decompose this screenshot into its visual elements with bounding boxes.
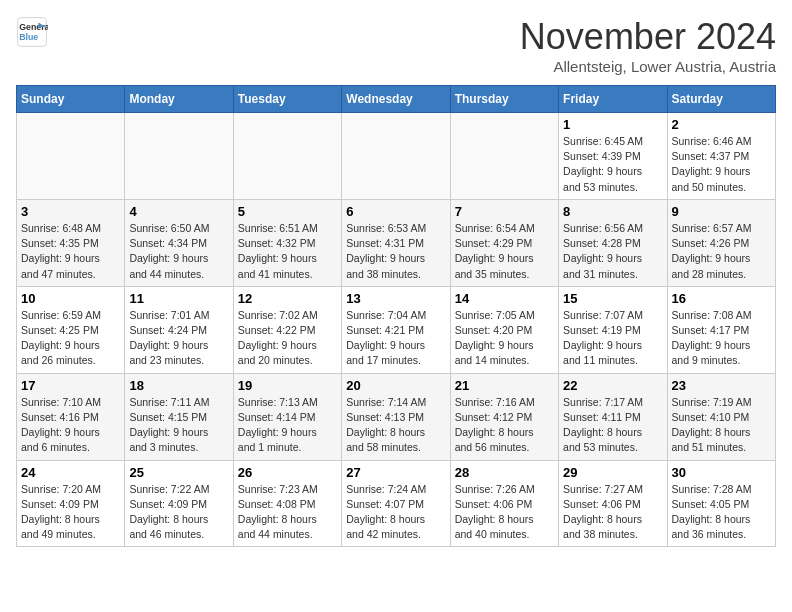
day-info: Sunrise: 7:28 AM Sunset: 4:05 PM Dayligh… xyxy=(672,482,771,543)
calendar-week-row: 10Sunrise: 6:59 AM Sunset: 4:25 PM Dayli… xyxy=(17,286,776,373)
day-info: Sunrise: 6:50 AM Sunset: 4:34 PM Dayligh… xyxy=(129,221,228,282)
weekday-header-tuesday: Tuesday xyxy=(233,86,341,113)
day-info: Sunrise: 6:59 AM Sunset: 4:25 PM Dayligh… xyxy=(21,308,120,369)
header: General Blue November 2024 Allentsteig, … xyxy=(16,16,776,75)
day-info: Sunrise: 7:05 AM Sunset: 4:20 PM Dayligh… xyxy=(455,308,554,369)
day-number: 1 xyxy=(563,117,662,132)
calendar-cell: 15Sunrise: 7:07 AM Sunset: 4:19 PM Dayli… xyxy=(559,286,667,373)
day-number: 30 xyxy=(672,465,771,480)
day-number: 6 xyxy=(346,204,445,219)
calendar-cell: 9Sunrise: 6:57 AM Sunset: 4:26 PM Daylig… xyxy=(667,199,775,286)
day-info: Sunrise: 7:27 AM Sunset: 4:06 PM Dayligh… xyxy=(563,482,662,543)
day-number: 13 xyxy=(346,291,445,306)
day-number: 14 xyxy=(455,291,554,306)
calendar-cell: 18Sunrise: 7:11 AM Sunset: 4:15 PM Dayli… xyxy=(125,373,233,460)
calendar-cell: 7Sunrise: 6:54 AM Sunset: 4:29 PM Daylig… xyxy=(450,199,558,286)
day-info: Sunrise: 7:01 AM Sunset: 4:24 PM Dayligh… xyxy=(129,308,228,369)
logo-icon: General Blue xyxy=(16,16,48,48)
day-info: Sunrise: 7:19 AM Sunset: 4:10 PM Dayligh… xyxy=(672,395,771,456)
month-title: November 2024 xyxy=(520,16,776,58)
day-number: 11 xyxy=(129,291,228,306)
day-number: 29 xyxy=(563,465,662,480)
calendar-table: SundayMondayTuesdayWednesdayThursdayFrid… xyxy=(16,85,776,547)
calendar-cell: 10Sunrise: 6:59 AM Sunset: 4:25 PM Dayli… xyxy=(17,286,125,373)
day-number: 25 xyxy=(129,465,228,480)
calendar-cell: 24Sunrise: 7:20 AM Sunset: 4:09 PM Dayli… xyxy=(17,460,125,547)
weekday-header-friday: Friday xyxy=(559,86,667,113)
day-info: Sunrise: 7:22 AM Sunset: 4:09 PM Dayligh… xyxy=(129,482,228,543)
calendar-cell: 30Sunrise: 7:28 AM Sunset: 4:05 PM Dayli… xyxy=(667,460,775,547)
calendar-cell xyxy=(342,113,450,200)
day-info: Sunrise: 7:11 AM Sunset: 4:15 PM Dayligh… xyxy=(129,395,228,456)
day-number: 21 xyxy=(455,378,554,393)
calendar-cell: 23Sunrise: 7:19 AM Sunset: 4:10 PM Dayli… xyxy=(667,373,775,460)
location-title: Allentsteig, Lower Austria, Austria xyxy=(520,58,776,75)
calendar-cell: 25Sunrise: 7:22 AM Sunset: 4:09 PM Dayli… xyxy=(125,460,233,547)
day-number: 10 xyxy=(21,291,120,306)
day-number: 26 xyxy=(238,465,337,480)
weekday-header-monday: Monday xyxy=(125,86,233,113)
calendar-cell xyxy=(450,113,558,200)
day-info: Sunrise: 6:48 AM Sunset: 4:35 PM Dayligh… xyxy=(21,221,120,282)
day-number: 17 xyxy=(21,378,120,393)
day-info: Sunrise: 7:20 AM Sunset: 4:09 PM Dayligh… xyxy=(21,482,120,543)
day-number: 22 xyxy=(563,378,662,393)
logo: General Blue xyxy=(16,16,52,48)
calendar-cell: 20Sunrise: 7:14 AM Sunset: 4:13 PM Dayli… xyxy=(342,373,450,460)
day-number: 15 xyxy=(563,291,662,306)
calendar-cell: 11Sunrise: 7:01 AM Sunset: 4:24 PM Dayli… xyxy=(125,286,233,373)
calendar-cell xyxy=(17,113,125,200)
calendar-cell: 21Sunrise: 7:16 AM Sunset: 4:12 PM Dayli… xyxy=(450,373,558,460)
weekday-header-sunday: Sunday xyxy=(17,86,125,113)
calendar-cell: 14Sunrise: 7:05 AM Sunset: 4:20 PM Dayli… xyxy=(450,286,558,373)
calendar-cell: 12Sunrise: 7:02 AM Sunset: 4:22 PM Dayli… xyxy=(233,286,341,373)
calendar-cell: 3Sunrise: 6:48 AM Sunset: 4:35 PM Daylig… xyxy=(17,199,125,286)
calendar-cell: 28Sunrise: 7:26 AM Sunset: 4:06 PM Dayli… xyxy=(450,460,558,547)
calendar-cell: 22Sunrise: 7:17 AM Sunset: 4:11 PM Dayli… xyxy=(559,373,667,460)
day-info: Sunrise: 7:26 AM Sunset: 4:06 PM Dayligh… xyxy=(455,482,554,543)
calendar-cell: 16Sunrise: 7:08 AM Sunset: 4:17 PM Dayli… xyxy=(667,286,775,373)
calendar-cell xyxy=(125,113,233,200)
svg-text:Blue: Blue xyxy=(19,32,38,42)
calendar-cell: 27Sunrise: 7:24 AM Sunset: 4:07 PM Dayli… xyxy=(342,460,450,547)
weekday-header-thursday: Thursday xyxy=(450,86,558,113)
day-info: Sunrise: 7:16 AM Sunset: 4:12 PM Dayligh… xyxy=(455,395,554,456)
day-number: 23 xyxy=(672,378,771,393)
day-info: Sunrise: 6:45 AM Sunset: 4:39 PM Dayligh… xyxy=(563,134,662,195)
day-number: 7 xyxy=(455,204,554,219)
title-block: November 2024 Allentsteig, Lower Austria… xyxy=(520,16,776,75)
day-info: Sunrise: 6:54 AM Sunset: 4:29 PM Dayligh… xyxy=(455,221,554,282)
day-number: 19 xyxy=(238,378,337,393)
day-info: Sunrise: 7:02 AM Sunset: 4:22 PM Dayligh… xyxy=(238,308,337,369)
day-number: 12 xyxy=(238,291,337,306)
day-info: Sunrise: 6:46 AM Sunset: 4:37 PM Dayligh… xyxy=(672,134,771,195)
calendar-cell xyxy=(233,113,341,200)
day-info: Sunrise: 7:04 AM Sunset: 4:21 PM Dayligh… xyxy=(346,308,445,369)
day-info: Sunrise: 7:10 AM Sunset: 4:16 PM Dayligh… xyxy=(21,395,120,456)
day-number: 18 xyxy=(129,378,228,393)
calendar-week-row: 17Sunrise: 7:10 AM Sunset: 4:16 PM Dayli… xyxy=(17,373,776,460)
day-number: 9 xyxy=(672,204,771,219)
calendar-cell: 19Sunrise: 7:13 AM Sunset: 4:14 PM Dayli… xyxy=(233,373,341,460)
day-info: Sunrise: 7:13 AM Sunset: 4:14 PM Dayligh… xyxy=(238,395,337,456)
day-info: Sunrise: 7:17 AM Sunset: 4:11 PM Dayligh… xyxy=(563,395,662,456)
calendar-cell: 2Sunrise: 6:46 AM Sunset: 4:37 PM Daylig… xyxy=(667,113,775,200)
day-number: 5 xyxy=(238,204,337,219)
day-info: Sunrise: 6:51 AM Sunset: 4:32 PM Dayligh… xyxy=(238,221,337,282)
day-info: Sunrise: 6:57 AM Sunset: 4:26 PM Dayligh… xyxy=(672,221,771,282)
day-number: 8 xyxy=(563,204,662,219)
calendar-week-row: 1Sunrise: 6:45 AM Sunset: 4:39 PM Daylig… xyxy=(17,113,776,200)
day-number: 28 xyxy=(455,465,554,480)
day-info: Sunrise: 7:07 AM Sunset: 4:19 PM Dayligh… xyxy=(563,308,662,369)
weekday-header-row: SundayMondayTuesdayWednesdayThursdayFrid… xyxy=(17,86,776,113)
calendar-cell: 8Sunrise: 6:56 AM Sunset: 4:28 PM Daylig… xyxy=(559,199,667,286)
day-number: 2 xyxy=(672,117,771,132)
calendar-week-row: 3Sunrise: 6:48 AM Sunset: 4:35 PM Daylig… xyxy=(17,199,776,286)
day-number: 27 xyxy=(346,465,445,480)
calendar-cell: 4Sunrise: 6:50 AM Sunset: 4:34 PM Daylig… xyxy=(125,199,233,286)
calendar-cell: 29Sunrise: 7:27 AM Sunset: 4:06 PM Dayli… xyxy=(559,460,667,547)
day-number: 20 xyxy=(346,378,445,393)
calendar-cell: 26Sunrise: 7:23 AM Sunset: 4:08 PM Dayli… xyxy=(233,460,341,547)
day-number: 16 xyxy=(672,291,771,306)
day-number: 4 xyxy=(129,204,228,219)
